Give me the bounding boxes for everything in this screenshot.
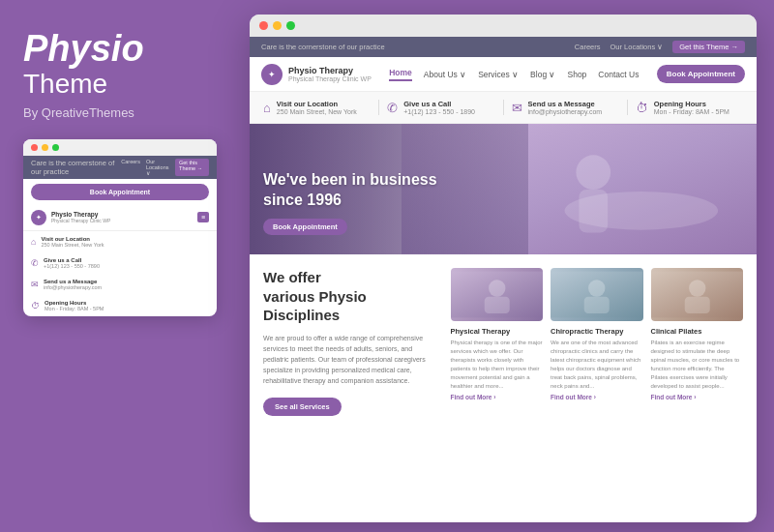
info-hours: ⏱ Opening Hours Mon - Friday: 8AM - 5PM [636,100,743,115]
mini-hamburger-icon[interactable]: ≡ [197,212,209,222]
mini-hours-icon: ⏱ [31,301,40,310]
service-pt-link[interactable]: Find out More › [451,394,544,400]
mini-phone-icon: ✆ [31,258,39,268]
info-phone-icon: ✆ [387,101,398,115]
nav-brand-icon: ✦ [261,64,283,85]
nav-services[interactable]: Services ∨ [478,70,519,79]
info-location-label: Visit our Location [277,100,357,108]
info-phone: ✆ Give us a Call +1(12) 123 - 550 - 1890 [387,100,494,115]
mini-brand-icon: ✦ [31,210,46,225]
locations-link[interactable]: Our Locations ∨ [610,43,664,51]
services-title: We offer various Physio Disciplines [263,268,439,325]
mini-dot-red [31,144,38,151]
nav-blog[interactable]: Blog ∨ [530,70,555,79]
info-divider-3 [627,100,628,115]
service-img-pt [451,268,544,321]
mini-location-text: Visit our Location 250 Main Street, New … [41,236,104,248]
info-divider-2 [503,100,504,115]
brand-theme: Theme [23,70,217,100]
mini-phone-row: ✆ Give us a Call +1(12) 123 - 550 - 7890 [23,252,217,274]
nav-about[interactable]: About Us ∨ [424,70,466,79]
mini-browser-bar [23,139,217,156]
info-email-label: Send us a Message [528,100,603,108]
mini-email-value: info@physiotherapy.com [44,284,102,290]
mini-book-btn[interactable]: Book Appointment [31,184,209,200]
info-hours-value: Mon - Friday: 8AM - 5PM [654,108,729,115]
nav-contact[interactable]: Contact Us [598,70,639,79]
mini-browser: Care is the cornerstone of our practice … [23,139,217,316]
svg-rect-9 [584,297,610,313]
mini-email-row: ✉ Send us a Message info@physiotherapy.c… [23,274,217,295]
info-divider-1 [378,100,379,115]
main-dot-yellow [273,21,282,30]
svg-point-5 [489,280,505,296]
nav-brand-name: Physio Therapy [288,66,372,75]
main-dot-red [259,21,268,30]
mini-location-row: ⌂ Visit our Location 250 Main Street, Ne… [23,231,217,252]
mini-careers-link[interactable]: Careers [121,159,140,176]
info-email-text: Send us a Message info@physiotherapy.com [528,100,603,115]
svg-point-11 [689,280,705,296]
nav-brand-sub: Physical Therapy Clinic WP [288,75,372,82]
mini-hours-value: Mon - Friday: 8AM - 5PM [45,306,104,311]
info-phone-value: +1(12) 123 - 550 - 1890 [403,108,475,115]
service-ct-link[interactable]: Find out More › [551,394,643,400]
service-cp-link[interactable]: Find out More › [651,394,744,400]
services-left: We offer various Physio Disciplines We a… [263,268,439,416]
service-pt-title: Physical Therapy [451,327,544,336]
svg-point-2 [577,155,611,190]
nav-book-btn[interactable]: Book Appointment [657,65,745,83]
brand-title: Physio Theme By QreativeThemes [23,29,217,120]
svg-point-8 [588,280,605,296]
info-bar: ⌂ Visit our Location 250 Main Street, Ne… [250,92,757,124]
nav-shop[interactable]: Shop [567,70,586,79]
info-location-text: Visit our Location 250 Main Street, New … [277,100,357,115]
info-hours-label: Opening Hours [654,100,729,108]
hero-title: We've been in business since 1996 [263,170,437,211]
mini-phone-text: Give us a Call +1(12) 123 - 550 - 7890 [44,257,100,269]
utility-tagline: Care is the cornerstone of our practice [261,43,385,51]
mini-hours-row: ⏱ Opening Hours Mon - Friday: 8AM - 5PM [23,295,217,316]
mini-hours-text: Opening Hours Mon - Friday: 8AM - 5PM [45,300,104,311]
mini-dot-green [52,144,59,151]
main-browser-bar [250,15,757,37]
nav-brand-text: Physio Therapy Physical Therapy Clinic W… [288,66,372,82]
mini-brand-text: Physio Therapy Physical Therapy Clinic W… [51,211,197,223]
mini-locations-link[interactable]: Our Locations ∨ [146,159,169,176]
nav-brand: ✦ Physio Therapy Physical Therapy Clinic… [261,64,372,85]
hero-book-btn[interactable]: Book Appointment [263,219,347,235]
svg-rect-12 [684,297,709,313]
services-section: We offer various Physio Disciplines We a… [250,254,757,429]
svg-rect-3 [580,190,609,233]
mini-tagline: Care is the cornerstone of our practice [31,159,121,176]
mini-email-text: Send us a Message info@physiotherapy.com [44,279,102,290]
mini-topbar: Care is the cornerstone of our practice … [23,156,217,179]
left-panel: Physio Theme By QreativeThemes Care is t… [0,0,240,532]
mini-location-icon: ⌂ [31,237,36,247]
brand-physio: Physio [23,28,144,69]
mini-get-theme-btn[interactable]: Get this Theme → [175,159,209,176]
info-email-icon: ✉ [512,101,522,115]
get-theme-btn[interactable]: Get this Theme → [672,41,745,53]
info-phone-label: Give us a Call [403,100,475,108]
see-all-services-btn[interactable]: See all Services [263,398,342,416]
mini-email-label: Send us a Message [44,279,102,284]
nav-home[interactable]: Home [389,68,412,81]
ct-image [551,268,643,321]
utility-bar: Care is the cornerstone of our practice … [250,37,757,57]
main-browser: Care is the cornerstone of our practice … [250,15,757,522]
hero-content: We've been in business since 1996 Book A… [263,170,437,235]
service-card-ct: Chiropractic Therapy We are one of the m… [551,268,643,416]
service-img-cp [651,268,744,321]
svg-rect-6 [484,297,509,313]
service-card-pt: Physical Therapy Physical therapy is one… [451,268,544,416]
info-phone-text: Give us a Call +1(12) 123 - 550 - 1890 [403,100,475,115]
mini-phone-value: +1(12) 123 - 550 - 7890 [44,263,100,269]
careers-link[interactable]: Careers [575,43,601,51]
pt-image [451,268,544,321]
mini-brand-row: ✦ Physio Therapy Physical Therapy Clinic… [23,205,217,231]
nav-links: Home About Us ∨ Services ∨ Blog ∨ Shop C… [389,68,639,81]
info-hours-icon: ⏱ [636,101,648,115]
service-cp-desc: Pilates is an exercise regime designed t… [651,339,744,391]
services-cards: Physical Therapy Physical therapy is one… [451,268,744,416]
